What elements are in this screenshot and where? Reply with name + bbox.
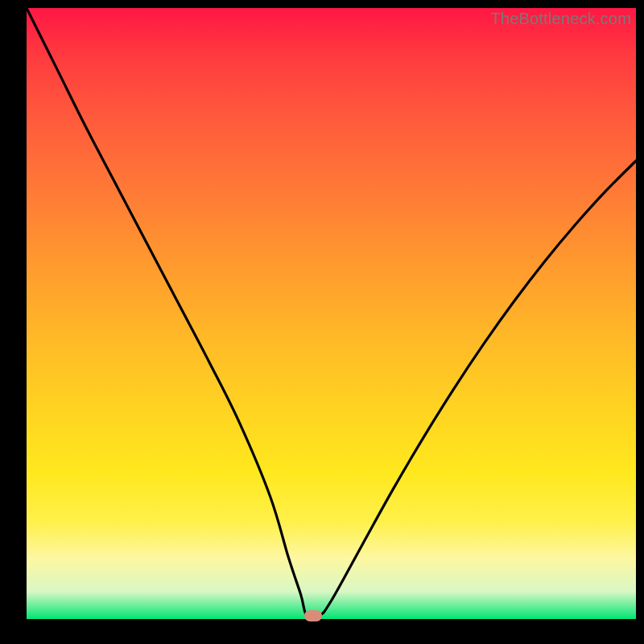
bottleneck-curve — [27, 8, 636, 619]
chart-frame: TheBottleneck.com — [0, 0, 644, 644]
watermark-text: TheBottleneck.com — [490, 10, 631, 28]
minimum-marker — [304, 610, 322, 621]
plot-area: TheBottleneck.com — [27, 8, 636, 619]
curve-path — [27, 8, 636, 618]
